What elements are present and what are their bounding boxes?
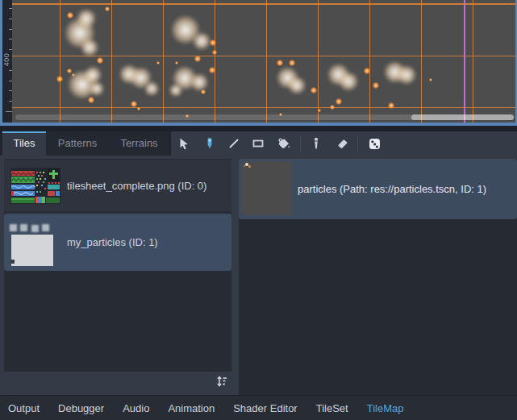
particle-spark <box>429 78 432 81</box>
bucket-fill-tool[interactable] <box>274 134 294 153</box>
particle-spark <box>210 40 217 47</box>
particle-blob <box>144 81 160 97</box>
bottom-tab-animation[interactable]: Animation <box>168 402 215 414</box>
grid-line-vertical <box>421 0 423 123</box>
grid-line-vertical <box>163 0 165 123</box>
ruler-tick <box>9 39 12 40</box>
bottom-tab-tilemap[interactable]: TileMap <box>367 402 404 414</box>
screen-guide-line <box>464 0 465 123</box>
sort-icon <box>215 374 229 389</box>
particle-spark <box>388 102 395 110</box>
grid-line-vertical <box>215 0 216 123</box>
particle-spark <box>212 50 218 56</box>
bottom-tab-audio[interactable]: Audio <box>123 402 149 414</box>
particle-spark <box>67 69 73 74</box>
ruler-tick <box>9 101 12 102</box>
grid-line-horizontal <box>12 3 515 5</box>
ruler-tick <box>9 29 12 30</box>
picker-tool[interactable] <box>306 134 326 153</box>
particle-blob <box>193 32 211 50</box>
particle-spark <box>289 60 296 67</box>
particles-scene-thumbnail <box>242 161 292 215</box>
particle-spark <box>105 6 110 12</box>
random-tile-toggle[interactable] <box>365 134 384 153</box>
list-item-label: my_particles (ID: 1) <box>67 214 158 271</box>
particle-blob <box>77 9 96 28</box>
bottom-panel-bar: Output Debugger Audio Animation Shader E… <box>0 395 517 420</box>
grid-line-vertical <box>266 0 268 123</box>
ruler-value-label: 400 <box>2 48 12 72</box>
particle-spark <box>88 97 95 104</box>
list-item-particles-scene[interactable]: particles (Path: res://particles.tscn, I… <box>239 159 517 219</box>
particle-spark <box>201 89 206 95</box>
horizontal-scrollbar[interactable] <box>15 114 514 120</box>
grid-line-vertical <box>318 0 319 123</box>
particle-spark <box>194 56 202 63</box>
ruler-tick <box>9 19 12 19</box>
grid-line-vertical <box>473 0 474 123</box>
particle-spark <box>67 12 74 19</box>
list-item-my-particles[interactable]: my_particles (ID: 1) <box>4 214 231 271</box>
particle-spark <box>318 109 321 112</box>
godot-tilemap-editor: 400 Tiles Patterns Terrains <box>0 0 517 420</box>
particle-blob <box>169 84 182 97</box>
paint-tool[interactable] <box>200 134 219 153</box>
particles-texture-thumbnail <box>10 224 60 268</box>
grid-line-horizontal <box>12 107 515 109</box>
grid-line-vertical <box>111 0 113 123</box>
grid-line-vertical <box>369 0 371 123</box>
particle-blob <box>90 81 105 97</box>
bottom-tab-debugger[interactable]: Debugger <box>58 402 104 414</box>
particle-blob <box>397 65 416 85</box>
ruler-tick <box>9 90 12 91</box>
particle-spark <box>137 107 140 110</box>
tab-tiles[interactable]: Tiles <box>2 131 46 156</box>
tilesheet-thumbnail <box>10 168 60 204</box>
grid-line-vertical <box>60 0 61 123</box>
particle-spark <box>175 61 178 64</box>
scrollbar-grabber[interactable] <box>411 114 514 120</box>
particle-spark <box>277 60 284 67</box>
tiles-panel: tilesheet_complete.png (ID: 0) my_partic… <box>0 156 517 395</box>
list-item-tilesheet[interactable]: tilesheet_complete.png (ID: 0) <box>4 160 231 211</box>
bottom-tab-tileset[interactable]: TileSet <box>316 402 348 414</box>
tilemap-canvas[interactable] <box>12 0 515 123</box>
particle-blob <box>81 39 98 56</box>
particle-blob <box>288 77 306 94</box>
particle-spark <box>97 57 104 64</box>
bottom-tab-shader-editor[interactable]: Shader Editor <box>233 402 298 414</box>
2d-viewport[interactable]: 400 <box>0 0 517 126</box>
particle-spark <box>56 76 64 83</box>
particle-spark <box>336 98 343 106</box>
ruler-tick <box>9 81 12 81</box>
selection-tool[interactable] <box>174 134 194 153</box>
ruler-tick <box>9 8 12 9</box>
list-item-label: tilesheet_complete.png (ID: 0) <box>67 160 206 211</box>
ruler-tick <box>9 49 12 50</box>
tab-terrains[interactable]: Terrains <box>109 131 169 156</box>
particle-spark <box>330 105 336 110</box>
list-item-label: particles (Path: res://particles.tscn, I… <box>298 159 486 219</box>
tab-patterns[interactable]: Patterns <box>46 131 109 156</box>
rect-tool[interactable] <box>248 134 268 153</box>
eraser-tool[interactable] <box>332 134 352 153</box>
sort-sources-button[interactable] <box>214 373 230 389</box>
vertical-ruler: 400 <box>2 0 12 123</box>
particle-spark <box>156 61 160 64</box>
ruler-tick <box>6 111 12 112</box>
particle-spark <box>311 87 318 94</box>
toolbar-separator <box>357 135 358 152</box>
toolbar-separator <box>300 135 301 152</box>
particle-blob <box>339 72 358 91</box>
tilemap-tab-bar: Tiles Patterns Terrains <box>0 131 517 156</box>
particle-spark <box>373 82 380 89</box>
ruler-tick <box>9 70 12 71</box>
line-tool[interactable] <box>224 134 244 153</box>
tileset-sources-list[interactable]: tilesheet_complete.png (ID: 0) my_partic… <box>4 159 231 372</box>
scene-tiles-list[interactable]: particles (Path: res://particles.tscn, I… <box>239 159 517 395</box>
bottom-tab-output[interactable]: Output <box>8 402 40 414</box>
particle-blob <box>190 73 208 91</box>
